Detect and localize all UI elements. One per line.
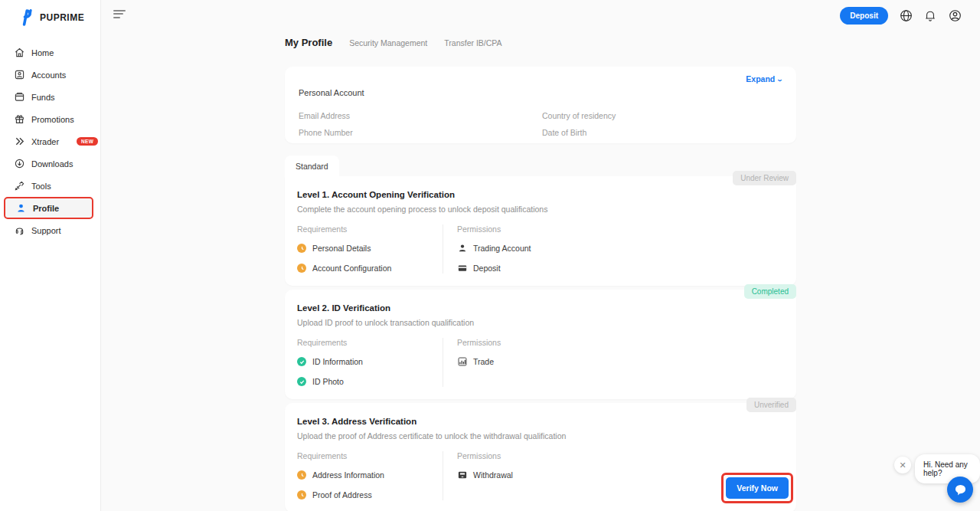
sidebar-item-label: Home xyxy=(31,48,54,57)
level-2-card: Completed Level 2. ID Verification Uploa… xyxy=(285,290,796,399)
sidebar-item-label: Profile xyxy=(33,204,59,213)
requirement-label: ID Photo xyxy=(312,377,344,386)
sidebar-item-tools[interactable]: Tools xyxy=(0,175,100,197)
accounts-icon xyxy=(14,70,24,80)
level-description: Upload the proof of Address certificate … xyxy=(297,431,784,441)
sidebar: PUPRIME Home Accounts Funds Promotions xyxy=(0,0,101,511)
completed-check-icon xyxy=(297,357,306,366)
personal-account-card: Expand ⌄ Personal Account Email Address … xyxy=(285,67,796,143)
sidebar-item-xtrader[interactable]: Xtrader NEW xyxy=(0,130,100,152)
gift-icon xyxy=(14,114,24,125)
main-content: My Profile Security Management Transfer … xyxy=(285,37,796,511)
level-description: Complete the account opening process to … xyxy=(297,205,784,214)
expand-label: Expand xyxy=(746,74,775,84)
requirements-label: Requirements xyxy=(297,451,443,460)
sidebar-item-label: Accounts xyxy=(31,70,66,80)
expand-link[interactable]: Expand ⌄ xyxy=(746,74,782,84)
deposit-card-icon xyxy=(457,264,467,274)
funds-icon xyxy=(14,92,24,103)
status-badge: Completed xyxy=(744,284,796,299)
level-title: Level 3. Address Verification xyxy=(297,417,784,426)
permissions-column: Permissions Trade xyxy=(443,338,784,387)
sidebar-item-label: Funds xyxy=(31,93,55,102)
sidebar-item-home[interactable]: Home xyxy=(0,41,100,64)
profile-annotation-box: Profile xyxy=(4,197,93,219)
requirement-label: Personal Details xyxy=(312,244,371,253)
tab-transfer-ib-cpa[interactable]: Transfer IB/CPA xyxy=(444,38,501,47)
status-badge: Under Review xyxy=(733,171,796,185)
permission-item: Trade xyxy=(457,356,784,367)
sidebar-item-label: Tools xyxy=(31,182,51,191)
personal-account-title: Personal Account xyxy=(299,88,782,97)
deposit-button[interactable]: Deposit xyxy=(840,7,888,25)
download-icon xyxy=(14,159,24,169)
country-of-residency-label: Country of residency xyxy=(542,111,782,128)
requirements-label: Requirements xyxy=(297,338,443,347)
account-avatar-icon[interactable] xyxy=(949,9,962,22)
requirement-item: ID Information xyxy=(297,356,443,367)
verify-now-annotation-box: Verify Now xyxy=(721,473,793,503)
requirements-column: Requirements ID Information ID Photo xyxy=(297,338,443,387)
sidebar-item-profile[interactable]: Profile xyxy=(0,197,100,219)
sidebar-item-label: Xtrader xyxy=(31,137,59,146)
sidebar-item-promotions[interactable]: Promotions xyxy=(0,108,100,130)
notifications-bell-icon[interactable] xyxy=(924,9,937,22)
tab-security-management[interactable]: Security Management xyxy=(349,38,427,47)
xtrader-icon xyxy=(14,136,24,147)
permission-item: Trading Account xyxy=(457,243,784,254)
level-description: Upload ID proof to unlock transaction qu… xyxy=(297,318,784,327)
trade-chart-icon xyxy=(457,357,467,367)
requirement-item: Proof of Address xyxy=(297,490,443,500)
pending-clock-icon xyxy=(297,264,306,273)
chat-greeting-bubble[interactable]: Hi. Need any help? xyxy=(915,454,980,483)
personal-fields: Email Address Country of residency Phone… xyxy=(299,111,782,145)
requirement-label: Account Configuration xyxy=(312,264,391,273)
requirement-item: ID Photo xyxy=(297,376,443,387)
requirement-label: ID Information xyxy=(312,357,363,366)
home-icon xyxy=(14,47,24,58)
page-tabs: My Profile Security Management Transfer … xyxy=(285,37,796,48)
level-title: Level 1. Account Opening Verification xyxy=(297,190,784,199)
withdrawal-icon xyxy=(457,470,467,480)
language-globe-icon[interactable] xyxy=(900,9,913,22)
sidebar-item-label: Support xyxy=(31,226,61,235)
tab-standard[interactable]: Standard xyxy=(285,156,339,176)
permission-item: Deposit xyxy=(457,263,784,274)
requirement-label: Address Information xyxy=(312,470,384,480)
permissions-label: Permissions xyxy=(457,338,784,347)
sidebar-item-downloads[interactable]: Downloads xyxy=(0,152,100,175)
sidebar-item-funds[interactable]: Funds xyxy=(0,86,100,108)
profile-icon xyxy=(15,203,26,214)
sidebar-collapse-icon[interactable] xyxy=(113,10,126,20)
sidebar-item-label: Downloads xyxy=(31,159,73,169)
requirement-label: Proof of Address xyxy=(312,490,372,500)
level-title: Level 2. ID Verification xyxy=(297,303,784,313)
status-badge: Unverified xyxy=(746,398,796,412)
chat-launcher-button[interactable] xyxy=(947,477,973,503)
sidebar-item-accounts[interactable]: Accounts xyxy=(0,64,100,86)
pending-clock-icon xyxy=(297,470,306,480)
chevron-down-icon: ⌄ xyxy=(776,76,783,83)
topbar-actions: Deposit xyxy=(840,7,962,25)
permission-label: Deposit xyxy=(473,264,501,273)
chat-close-icon[interactable]: ✕ xyxy=(894,457,911,473)
brand-name: PUPRIME xyxy=(40,12,84,23)
sidebar-item-label: Promotions xyxy=(31,115,74,124)
requirement-item: Address Information xyxy=(297,470,443,480)
verify-now-button[interactable]: Verify Now xyxy=(726,477,789,499)
permissions-label: Permissions xyxy=(457,224,784,234)
tab-my-profile[interactable]: My Profile xyxy=(285,37,332,48)
new-badge: NEW xyxy=(77,137,98,146)
puprime-logo-icon xyxy=(21,9,35,26)
requirements-column: Requirements Personal Details Account Co… xyxy=(297,224,443,274)
level-3-card: Unverified Level 3. Address Verification… xyxy=(285,403,796,511)
requirements-label: Requirements xyxy=(297,224,443,234)
permission-label: Withdrawal xyxy=(473,470,513,480)
permissions-label: Permissions xyxy=(457,451,784,460)
pending-clock-icon xyxy=(297,490,306,500)
brand-logo[interactable]: PUPRIME xyxy=(0,0,100,37)
pending-clock-icon xyxy=(297,244,306,253)
sidebar-item-support[interactable]: Support xyxy=(0,219,100,241)
chat-bubble-icon xyxy=(954,483,967,496)
requirement-item: Personal Details xyxy=(297,243,443,254)
